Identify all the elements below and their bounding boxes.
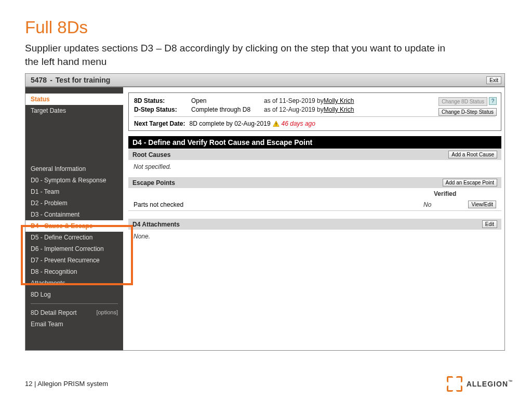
- sidebar-item-d5[interactable]: D5 - Define Correction: [25, 232, 123, 243]
- app-title: 5478 - Test for training: [31, 76, 110, 84]
- sidebar-report-options[interactable]: [options]: [96, 309, 118, 315]
- record-name: Test for training: [56, 76, 111, 84]
- sidebar-item-d8[interactable]: D8 - Recognition: [25, 266, 123, 277]
- change-8d-status-button: Change 8D Status: [438, 97, 487, 106]
- sidebar-item-d6[interactable]: D6 - Implement Correction: [25, 243, 123, 255]
- change-dstep-status-button[interactable]: Change D-Step Status: [438, 108, 497, 116]
- trademark-icon: ™: [508, 379, 512, 384]
- status-dstep-value: Complete through D8: [191, 106, 264, 113]
- status-8d-asof: as of 11-Sep-2019 by: [264, 97, 324, 104]
- sidebar: Status Target Dates General Information …: [25, 87, 123, 350]
- escape-points-label: Escape Points: [132, 179, 175, 187]
- next-target-value: 8D complete by 02-Aug-2019: [189, 120, 270, 127]
- sidebar-tab-status[interactable]: Status: [25, 94, 123, 105]
- add-root-cause-button[interactable]: Add a Root Cause: [448, 151, 497, 158]
- status-panel: Change 8D Status ? Change D-Step Status …: [128, 92, 501, 131]
- d4-section-header: D4 - Define and Verify Root Cause and Es…: [128, 136, 501, 149]
- sidebar-item-attachments[interactable]: Attachments: [25, 277, 123, 289]
- sidebar-item-general[interactable]: General Information: [25, 163, 123, 175]
- escape-point-verified: No: [423, 201, 465, 208]
- edit-attachments-button[interactable]: Edit: [482, 220, 497, 228]
- status-dstep-asof: as of 12-Aug-2019 by: [264, 106, 324, 113]
- root-causes-empty: Not specified.: [134, 163, 171, 170]
- allegion-logo-text: ALLEGION: [467, 380, 508, 388]
- app-window: 5478 - Test for training Exit Status Tar…: [25, 73, 505, 351]
- app-titlebar: 5478 - Test for training Exit: [25, 74, 504, 87]
- status-8d-value: Open: [191, 97, 264, 104]
- slide-subtitle: Supplier updates sections D3 – D8 accord…: [25, 42, 451, 68]
- sidebar-link-report[interactable]: 8D Detail Report [options]: [25, 307, 123, 318]
- sidebar-item-d2[interactable]: D2 - Problem: [25, 197, 123, 209]
- status-8d-label: 8D Status:: [134, 97, 191, 104]
- status-8d-user-link[interactable]: Molly Krich: [324, 97, 354, 104]
- escape-point-name: Parts not checked: [134, 201, 423, 208]
- warning-icon: [273, 121, 280, 127]
- sidebar-item-d4[interactable]: D4 - Cause & Escape: [25, 220, 123, 232]
- slide-title: Full 8Ds: [25, 18, 507, 37]
- sidebar-item-d7[interactable]: D7 - Prevent Recurrence: [25, 255, 123, 266]
- exit-button[interactable]: Exit: [486, 76, 501, 84]
- sidebar-tab-target-dates[interactable]: Target Dates: [25, 105, 123, 116]
- root-causes-header: Root Causes Add a Root Cause: [128, 149, 501, 160]
- status-dstep-user-link[interactable]: Molly Krich: [324, 106, 354, 113]
- help-icon[interactable]: ?: [489, 97, 497, 105]
- allegion-logo: ALLEGION™: [447, 376, 512, 392]
- sidebar-link-email[interactable]: Email Team: [25, 318, 123, 330]
- allegion-logo-mark: [447, 376, 462, 392]
- d4-attachments-header: D4 Attachments Edit: [128, 218, 501, 230]
- sidebar-item-log[interactable]: 8D Log: [25, 289, 123, 300]
- slide-footer: 12 | Allegion PRISM system: [25, 380, 108, 388]
- record-id: 5478: [31, 76, 47, 84]
- status-dstep-label: D-Step Status:: [134, 106, 191, 113]
- attachments-empty: None.: [134, 233, 150, 240]
- escape-points-header: Escape Points Add an Escape Point: [128, 177, 501, 188]
- next-target-label: Next Target Date:: [134, 120, 185, 127]
- next-target-overdue: 46 days ago: [282, 120, 315, 127]
- status-divider: [134, 116, 496, 117]
- verified-column: Verified: [434, 190, 496, 197]
- sidebar-item-d0[interactable]: D0 - Symptom & Response: [25, 175, 123, 186]
- escape-point-row: Parts not checked No View/Edit: [128, 198, 501, 211]
- sidebar-divider: [31, 303, 118, 304]
- sidebar-item-d3[interactable]: D3 - Containment: [25, 209, 123, 220]
- escape-points-columns: Verified: [128, 188, 501, 198]
- add-escape-point-button[interactable]: Add an Escape Point: [443, 179, 497, 187]
- content-area: Change 8D Status ? Change D-Step Status …: [123, 87, 504, 350]
- sidebar-item-d1[interactable]: D1 - Team: [25, 186, 123, 197]
- svg-rect-1: [275, 123, 276, 125]
- root-causes-label: Root Causes: [132, 151, 170, 158]
- sidebar-report-label: 8D Detail Report: [31, 309, 77, 316]
- view-edit-button[interactable]: View/Edit: [468, 201, 496, 208]
- title-dash: -: [50, 76, 52, 84]
- d4-attachments-label: D4 Attachments: [132, 221, 180, 228]
- svg-rect-2: [275, 125, 276, 125]
